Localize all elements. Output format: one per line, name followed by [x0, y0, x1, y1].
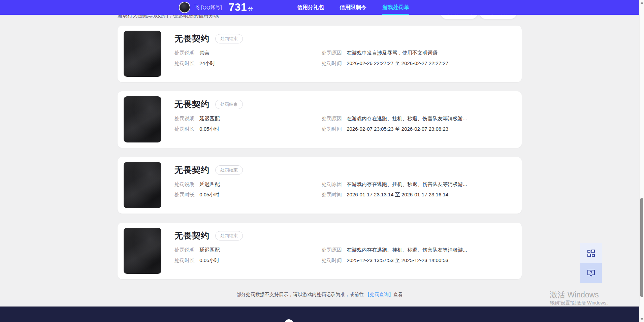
tab-label: 游戏处罚单 [382, 4, 409, 10]
penalty-card: 无畏契约 处罚结束 处罚说明 禁言 处罚时长 24小时 处罚原因 在游戏中发言涉… [118, 26, 522, 82]
field-label: 处罚时间 [322, 192, 345, 198]
penalty-reason-row: 处罚原因 在游戏内存在逃跑、挂机、秒退、伤害队友等消极游... [322, 116, 467, 122]
windows-activation-watermark-subtitle: 转到“设置”以激活 Windows。 [550, 300, 611, 306]
penalty-duration-row: 处罚时长 24小时 [174, 60, 215, 67]
field-value: 延迟匹配 [199, 116, 220, 121]
user-account-type: [QQ账号] [201, 4, 222, 11]
penalty-card: 无畏契约 处罚结束 处罚说明 延迟匹配 处罚时长 0.05小时 处罚原因 在游戏… [118, 223, 522, 279]
floating-side-buttons: ? [580, 243, 602, 283]
credit-score-value: 731 [229, 1, 247, 13]
status-badge: 处罚结束 [215, 34, 243, 43]
footer-note-text: 部分处罚数据不支持展示，请以游戏内处罚记录为准，或前往 [236, 292, 365, 297]
field-label: 处罚说明 [174, 247, 198, 253]
user-cluster: 飞 [QQ账号] 731 分 [179, 0, 253, 15]
status-badge: 处罚结束 [215, 231, 243, 240]
field-value: 在游戏内存在逃跑、挂机、秒退、伤害队友等消极游... [347, 181, 467, 187]
penalty-reason-row: 处罚原因 在游戏内存在逃跑、挂机、秒退、伤害队友等消极游... [322, 181, 467, 188]
penalty-query-link[interactable]: 【处罚查询】 [365, 292, 393, 297]
qr-code-button[interactable] [580, 243, 602, 263]
penalty-desc-row: 处罚说明 禁言 [174, 50, 210, 56]
qr-code-icon [587, 249, 595, 258]
question-bubble-icon: ? [586, 268, 596, 278]
field-value: 在游戏内存在逃跑、挂机、秒退、伤害队友等消极游... [347, 247, 467, 253]
game-thumbnail [124, 162, 161, 208]
game-thumbnail [124, 228, 161, 274]
field-label: 处罚时长 [174, 192, 198, 198]
game-thumbnail [124, 31, 161, 77]
penalty-card: 无畏契约 处罚结束 处罚说明 延迟匹配 处罚时长 0.05小时 处罚原因 在游戏… [118, 157, 522, 214]
field-label: 处罚原因 [322, 50, 345, 56]
field-value: 2026-02-07 23:05:23 至 2026-02-07 23:08:2… [347, 126, 448, 132]
penalty-reason-row: 处罚原因 在游戏内存在逃跑、挂机、秒退、伤害队友等消极游... [322, 247, 467, 253]
field-value: 延迟匹配 [199, 181, 220, 187]
field-value: 24小时 [199, 60, 215, 66]
bottom-footer-bar [0, 307, 639, 322]
tab-credit-gift[interactable]: 信用分礼包 [295, 0, 326, 15]
penalty-card: 无畏契约 处罚结束 处罚说明 延迟匹配 处罚时长 0.05小时 处罚原因 在游戏… [118, 91, 522, 148]
game-title: 无畏契约 [174, 33, 210, 44]
field-value: 禁言 [199, 50, 210, 56]
penalty-reason-row: 处罚原因 在游戏中发言涉及辱骂，使用不文明词语 [322, 50, 438, 56]
status-badge: 处罚结束 [215, 100, 243, 109]
field-label: 处罚时间 [322, 60, 345, 67]
field-label: 处罚说明 [174, 50, 198, 56]
penalty-desc-row: 处罚说明 延迟匹配 [174, 247, 220, 253]
field-value: 延迟匹配 [199, 247, 220, 253]
footer-logo-circle [284, 319, 293, 322]
field-value: 在游戏中发言涉及辱骂，使用不文明词语 [347, 50, 438, 56]
game-title: 无畏契约 [174, 99, 210, 110]
windows-activation-watermark-title: 激活 Windows [550, 290, 599, 300]
help-button[interactable]: ? [580, 263, 602, 283]
active-tab-underline [382, 14, 409, 15]
field-value: 2025-12-23 13:57:53 至 2025-12-23 14:00:5… [347, 257, 448, 263]
status-badge: 处罚结束 [215, 165, 243, 175]
penalty-time-row: 处罚时间 2026-01-17 23:13:14 至 2026-01-17 23… [322, 192, 448, 198]
field-value: 在游戏内存在逃跑、挂机、秒退、伤害队友等消极游... [347, 116, 467, 121]
penalty-desc-row: 处罚说明 延迟匹配 [174, 181, 220, 188]
field-label: 处罚说明 [174, 181, 198, 188]
field-value: 2026-02-26 22:27:27 至 2026-02-27 22:27:2… [347, 60, 448, 66]
game-title: 无畏契约 [174, 164, 210, 175]
field-label: 处罚时间 [322, 257, 345, 264]
field-label: 处罚时长 [174, 257, 198, 264]
field-value: 0.05小时 [199, 192, 219, 197]
field-label: 处罚时长 [174, 126, 198, 132]
field-label: 处罚原因 [322, 116, 345, 122]
field-value: 2026-01-17 23:13:14 至 2026-01-17 23:16:1… [347, 192, 448, 197]
field-value: 0.05小时 [199, 126, 219, 132]
field-label: 处罚原因 [322, 181, 345, 188]
top-header-bar: 飞 [QQ账号] 731 分 信用分礼包 信用限制令 游戏处罚单 [0, 0, 639, 15]
user-avatar [179, 2, 190, 13]
tab-game-penalty[interactable]: 游戏处罚单 [380, 0, 411, 15]
field-value: 0.05小时 [199, 257, 219, 263]
penalty-time-row: 处罚时间 2026-02-26 22:27:27 至 2026-02-27 22… [322, 60, 448, 67]
tab-label: 信用限制令 [340, 4, 366, 10]
game-thumbnail [124, 96, 161, 142]
user-name: 飞 [194, 4, 199, 11]
scrollbar-thumb[interactable] [640, 198, 643, 297]
penalty-desc-row: 处罚说明 延迟匹配 [174, 116, 220, 122]
scrollbar-up-arrow-icon[interactable] [641, 2, 643, 4]
scrollbar-down-arrow-icon[interactable] [641, 318, 643, 320]
tab-label: 信用分礼包 [297, 4, 324, 10]
screen: 游戏行为违规导致处罚，会影响您的信用分哦 存在异常处罚 申请处罚减免 无畏契约 … [0, 0, 644, 322]
field-label: 处罚原因 [322, 247, 345, 253]
footer-note-suffix: 查看 [393, 292, 403, 297]
penalty-duration-row: 处罚时长 0.05小时 [174, 126, 219, 132]
tab-credit-restriction[interactable]: 信用限制令 [337, 0, 368, 15]
field-label: 处罚时间 [322, 126, 345, 132]
game-title: 无畏契约 [174, 230, 210, 241]
svg-text:?: ? [590, 270, 592, 275]
footer-note: 部分处罚数据不支持展示，请以游戏内处罚记录为准，或前往 【处罚查询】查看 [0, 292, 639, 298]
penalty-time-row: 处罚时间 2025-12-23 13:57:53 至 2025-12-23 14… [322, 257, 448, 264]
credit-score-unit: 分 [248, 6, 253, 12]
penalty-duration-row: 处罚时长 0.05小时 [174, 257, 219, 264]
penalty-time-row: 处罚时间 2026-02-07 23:05:23 至 2026-02-07 23… [322, 126, 448, 132]
field-label: 处罚时长 [174, 60, 198, 67]
penalty-duration-row: 处罚时长 0.05小时 [174, 192, 219, 198]
field-label: 处罚说明 [174, 116, 198, 122]
vertical-scrollbar[interactable] [639, 0, 644, 322]
